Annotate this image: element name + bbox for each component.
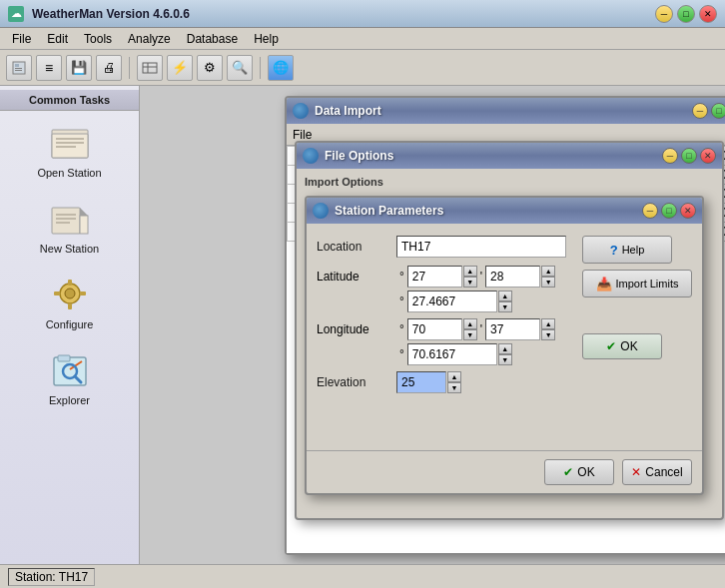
toolbar-btn-table[interactable] <box>137 55 163 81</box>
svg-rect-3 <box>15 70 22 71</box>
toolbar-btn-save[interactable]: 💾 <box>66 55 92 81</box>
footer-ok-label: OK <box>577 465 594 479</box>
station-params-maximize[interactable]: □ <box>661 203 677 219</box>
app-title: WeatherMan Version 4.6.0.6 <box>32 7 655 21</box>
cancel-x-icon: ✕ <box>631 465 641 479</box>
file-options-controls: ─ □ ✕ <box>662 148 716 164</box>
toolbar-btn-2[interactable]: ≡ <box>36 55 62 81</box>
lon-deg-input[interactable] <box>407 318 462 340</box>
toolbar-btn-lightning[interactable]: ⚡ <box>167 55 193 81</box>
menu-tools[interactable]: Tools <box>76 30 120 48</box>
lat-decimal-input[interactable] <box>407 291 497 312</box>
import-limits-icon: 📥 <box>596 277 612 292</box>
ok-mid-area: ✔ OK <box>582 333 692 359</box>
svg-rect-11 <box>56 146 76 148</box>
data-import-menu-file[interactable]: File <box>293 128 312 142</box>
new-station-label: New Station <box>40 243 99 255</box>
location-input[interactable] <box>396 236 566 258</box>
close-button[interactable]: ✕ <box>699 5 717 23</box>
lon-deg-spinner: ▲ ▼ <box>407 318 477 340</box>
footer-cancel-button[interactable]: ✕ Cancel <box>622 459 692 485</box>
sidebar-item-explorer[interactable]: Explorer <box>15 342 125 414</box>
help-icon: ? <box>610 243 618 258</box>
elevation-input[interactable] <box>396 371 446 393</box>
svg-rect-16 <box>56 218 76 220</box>
svg-rect-12 <box>52 208 80 234</box>
lon-min-down[interactable]: ▼ <box>541 329 555 340</box>
elevation-down[interactable]: ▼ <box>447 382 461 393</box>
toolbar-btn-1[interactable] <box>6 55 32 81</box>
toolbar-btn-gear[interactable]: ⚙ <box>197 55 223 81</box>
station-params-controls: ─ □ ✕ <box>642 203 696 219</box>
station-params-close[interactable]: ✕ <box>680 203 696 219</box>
lon-decimal-input[interactable] <box>407 343 497 365</box>
station-params-minimize[interactable]: ─ <box>642 203 658 219</box>
maximize-button[interactable]: □ <box>677 5 695 23</box>
lon-min-input[interactable] <box>485 318 540 340</box>
menu-help[interactable]: Help <box>246 30 287 48</box>
file-options-minimize[interactable]: ─ <box>662 148 678 164</box>
explorer-icon <box>50 350 90 390</box>
svg-rect-25 <box>58 355 70 361</box>
lon-deg-spin-buttons: ▲ ▼ <box>463 318 477 340</box>
import-limits-button[interactable]: 📥 Import Limits <box>582 270 692 297</box>
lat-min-down[interactable]: ▼ <box>541 277 555 288</box>
lon-min-up[interactable]: ▲ <box>541 318 555 329</box>
elevation-up[interactable]: ▲ <box>447 371 461 382</box>
svg-rect-23 <box>80 292 86 295</box>
configure-icon <box>50 275 90 314</box>
station-params-title: Station Parameters <box>335 204 642 218</box>
open-station-label: Open Station <box>37 167 101 179</box>
lon-deg-down[interactable]: ▼ <box>463 329 477 340</box>
menu-edit[interactable]: Edit <box>39 30 76 48</box>
lat-deg-up[interactable]: ▲ <box>463 266 477 277</box>
data-import-minimize[interactable]: ─ <box>692 103 708 119</box>
minimize-button[interactable]: ─ <box>655 5 673 23</box>
menu-database[interactable]: Database <box>179 30 246 48</box>
lat-min-input[interactable] <box>485 266 540 288</box>
file-options-icon <box>303 148 319 164</box>
station-params-content: Location Latitude ° ▲ ▼ <box>307 224 702 393</box>
location-label: Location <box>317 240 396 254</box>
ok-mid-button[interactable]: ✔ OK <box>582 333 662 359</box>
toolbar-btn-print[interactable]: 🖨 <box>96 55 122 81</box>
lon-deg-up[interactable]: ▲ <box>463 318 477 329</box>
station-params-footer: ✔ OK ✕ Cancel <box>307 450 702 493</box>
status-panel: Station: TH17 <box>8 568 95 586</box>
data-import-maximize[interactable]: □ <box>711 103 725 119</box>
svg-rect-9 <box>56 138 84 140</box>
lat-deg-down[interactable]: ▼ <box>463 277 477 288</box>
sidebar-item-configure[interactable]: Configure <box>15 267 125 338</box>
help-button[interactable]: ? Help <box>582 236 672 264</box>
menu-file[interactable]: File <box>4 30 39 48</box>
toolbar-btn-globe[interactable]: 🌐 <box>268 55 294 81</box>
file-options-title: File Options <box>325 149 662 163</box>
footer-ok-button[interactable]: ✔ OK <box>544 459 614 485</box>
sidebar-item-open-station[interactable]: Open Station <box>15 115 125 187</box>
svg-rect-2 <box>15 68 22 69</box>
lat-min-spinner: ▲ ▼ <box>485 266 555 288</box>
window-controls: ─ □ ✕ <box>655 5 717 23</box>
lon-min-spinner: ▲ ▼ <box>485 318 555 340</box>
svg-rect-20 <box>68 280 72 286</box>
elevation-row: Elevation ▲ ▼ <box>317 371 692 393</box>
lon-decimal-up[interactable]: ▲ <box>498 343 512 354</box>
menu-analyze[interactable]: Analyze <box>120 30 179 48</box>
file-options-maximize[interactable]: □ <box>681 148 697 164</box>
lat-deg-input[interactable] <box>407 266 462 288</box>
lon-decimal-down[interactable]: ▼ <box>498 354 512 365</box>
content-area: Data Import ─ □ ✕ File 0201311.524.27.30… <box>140 86 725 564</box>
lon-decimal-spin-buttons: ▲ ▼ <box>498 343 512 365</box>
app-icon: ☁ <box>8 6 24 22</box>
file-options-close[interactable]: ✕ <box>700 148 716 164</box>
toolbar-btn-search[interactable]: 🔍 <box>227 55 253 81</box>
toolbar-sep-2 <box>260 57 261 79</box>
svg-rect-22 <box>54 292 60 295</box>
lat-decimal-down[interactable]: ▼ <box>498 301 512 312</box>
ok-mid-check-icon: ✔ <box>606 339 616 353</box>
lat-min-up[interactable]: ▲ <box>541 266 555 277</box>
lat-decimal-up[interactable]: ▲ <box>498 291 512 301</box>
new-station-icon <box>50 199 90 239</box>
sidebar-item-new-station[interactable]: New Station <box>15 191 125 263</box>
lat-degree-sym: ° <box>399 270 404 284</box>
